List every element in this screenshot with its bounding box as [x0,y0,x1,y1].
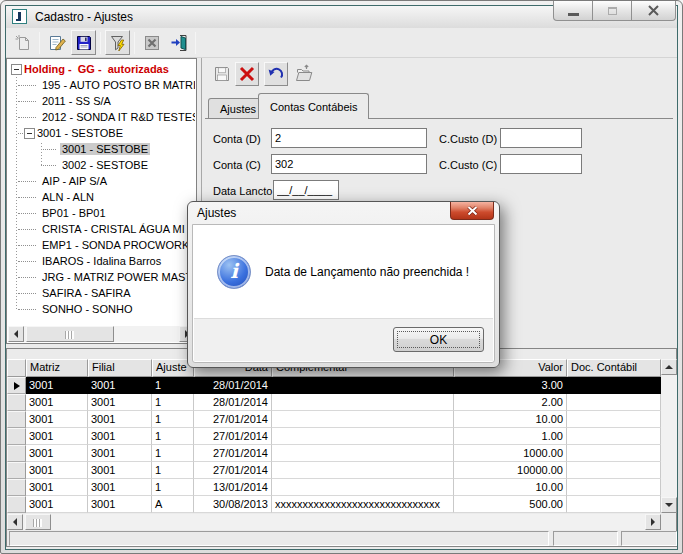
ccusto-d-field[interactable] [500,128,582,148]
cell-valor[interactable]: 500.00 [454,496,567,513]
cell-valor[interactable]: 2.00 [454,394,567,411]
table-row[interactable]: 3001 3001 1 28/01/2014 3.00 [7,377,661,394]
tree-node[interactable]: 3001 - SESTOBE [8,125,195,141]
cell-valor[interactable]: 10.00 [454,411,567,428]
cell-doc-contabil[interactable] [567,462,661,479]
tree-node[interactable]: CRISTA - CRISTAL ÁGUA MI [8,221,195,237]
cell-data[interactable]: 30/08/2013 [194,496,272,513]
cell-filial[interactable]: 3001 [88,411,152,428]
save-record-button[interactable] [71,30,96,55]
cell-filial[interactable]: 3001 [88,394,152,411]
cell-filial[interactable]: 3001 [88,496,152,513]
tree-node-selected[interactable]: 3001 - SESTOBE [8,141,195,157]
tree-node[interactable]: 2011 - SS S/A [8,93,195,109]
tree-node[interactable]: BP01 - BP01 [8,205,195,221]
cell-ajuste[interactable]: 1 [152,411,194,428]
cell-filial[interactable]: 3001 [88,377,152,394]
grid-header-doc-contabil[interactable]: Doc. Contábil [567,359,661,377]
collapse-icon[interactable] [11,64,22,75]
cell-matriz[interactable]: 3001 [26,462,88,479]
cell-data[interactable]: 27/01/2014 [194,462,272,479]
cell-valor[interactable]: 10.00 [454,479,567,496]
tree-node[interactable]: SAFIRA - SAFIRA [8,285,195,301]
scroll-right-button[interactable] [645,514,661,530]
grid-header-matriz[interactable]: Matriz [26,359,88,377]
cell-valor[interactable]: 10000.00 [454,462,567,479]
grid-horizontal-scrollbar[interactable] [7,514,661,530]
table-row[interactable]: 3001 3001 A 30/08/2013 xxxxxxxxxxxxxxxxx… [7,496,661,513]
cell-complementar[interactable] [272,428,454,445]
cell-doc-contabil[interactable] [567,411,661,428]
edit-record-button[interactable] [44,30,69,55]
filter-execute-button[interactable] [105,30,130,55]
cell-matriz[interactable]: 3001 [26,496,88,513]
tree-node[interactable]: JRG - MATRIZ POWER MAST [8,269,195,285]
cell-matriz[interactable]: 3001 [26,428,88,445]
tree-root-node[interactable]: Holding - GG - autorizadas [8,61,195,77]
cell-complementar[interactable] [272,394,454,411]
minimize-button[interactable] [553,1,593,21]
ok-button[interactable]: OK [393,327,484,352]
conta-d-field[interactable] [271,128,427,148]
cell-filial[interactable]: 3001 [88,445,152,462]
cell-valor[interactable]: 1.00 [454,428,567,445]
tree-horizontal-scrollbar[interactable] [8,326,195,342]
cell-ajuste[interactable]: 1 [152,377,194,394]
cell-ajuste[interactable]: 1 [152,479,194,496]
tree-node[interactable]: EMP1 - SONDA PROCWORK [8,237,195,253]
cell-matriz[interactable]: 3001 [26,445,88,462]
cell-data[interactable]: 27/01/2014 [194,445,272,462]
cell-ajuste[interactable]: 1 [152,428,194,445]
cell-valor[interactable]: 1000.00 [454,445,567,462]
grid-vertical-scrollbar[interactable] [661,359,677,513]
cell-doc-contabil[interactable] [567,496,661,513]
tab-contas-contabeis[interactable]: Contas Contábeis [258,93,369,119]
scroll-down-button[interactable] [661,497,677,513]
detail-delete-button[interactable] [235,62,259,86]
tree-node[interactable]: 2012 - SONDA IT R&D TESTES [8,109,195,125]
detail-undo-button[interactable] [264,62,288,86]
cell-data[interactable]: 13/01/2014 [194,479,272,496]
table-row[interactable]: 3001 3001 1 27/01/2014 1.00 [7,428,661,445]
tree-node[interactable]: IBAROS - Idalina Barros [8,253,195,269]
detail-open-button[interactable] [292,62,316,86]
cell-matriz[interactable]: 3001 [26,411,88,428]
cell-complementar[interactable] [272,411,454,428]
dialog-close-button[interactable] [450,202,494,220]
table-row[interactable]: 3001 3001 1 28/01/2014 2.00 [7,394,661,411]
cell-data[interactable]: 27/01/2014 [194,428,272,445]
close-button[interactable] [631,1,676,21]
cell-matriz[interactable]: 3001 [26,394,88,411]
export-excel-button[interactable] [139,30,164,55]
new-record-button[interactable] [10,30,35,55]
cell-filial[interactable]: 3001 [88,479,152,496]
cell-matriz[interactable]: 3001 [26,479,88,496]
table-row[interactable]: 3001 3001 1 27/01/2014 1000.00 [7,445,661,462]
table-row[interactable]: 3001 3001 1 13/01/2014 10.00 [7,479,661,496]
cell-filial[interactable]: 3001 [88,428,152,445]
cell-doc-contabil[interactable] [567,377,661,394]
scrollbar-thumb[interactable] [26,326,114,342]
cell-ajuste[interactable]: 1 [152,394,194,411]
collapse-icon[interactable] [24,128,35,139]
exit-button[interactable] [166,30,191,55]
table-row[interactable]: 3001 3001 1 27/01/2014 10000.00 [7,462,661,479]
cell-data[interactable]: 27/01/2014 [194,411,272,428]
tree-node[interactable]: 195 - AUTO POSTO BR MATRI [8,77,195,93]
cell-doc-contabil[interactable] [567,479,661,496]
data-lancto-field[interactable] [273,180,339,200]
tree-node[interactable]: SONHO - SONHO [8,301,195,317]
cell-doc-contabil[interactable] [567,445,661,462]
scrollbar-thumb[interactable] [25,514,51,530]
cell-matriz[interactable]: 3001 [26,377,88,394]
detail-save-button[interactable] [210,62,234,86]
cell-filial[interactable]: 3001 [88,462,152,479]
tree-node[interactable]: AIP - AIP S/A [8,173,195,189]
cell-data[interactable]: 28/01/2014 [194,377,272,394]
cell-doc-contabil[interactable] [567,428,661,445]
cell-doc-contabil[interactable] [567,394,661,411]
conta-c-field[interactable] [271,154,427,174]
cell-complementar[interactable] [272,377,454,394]
cell-complementar[interactable] [272,445,454,462]
cell-data[interactable]: 28/01/2014 [194,394,272,411]
